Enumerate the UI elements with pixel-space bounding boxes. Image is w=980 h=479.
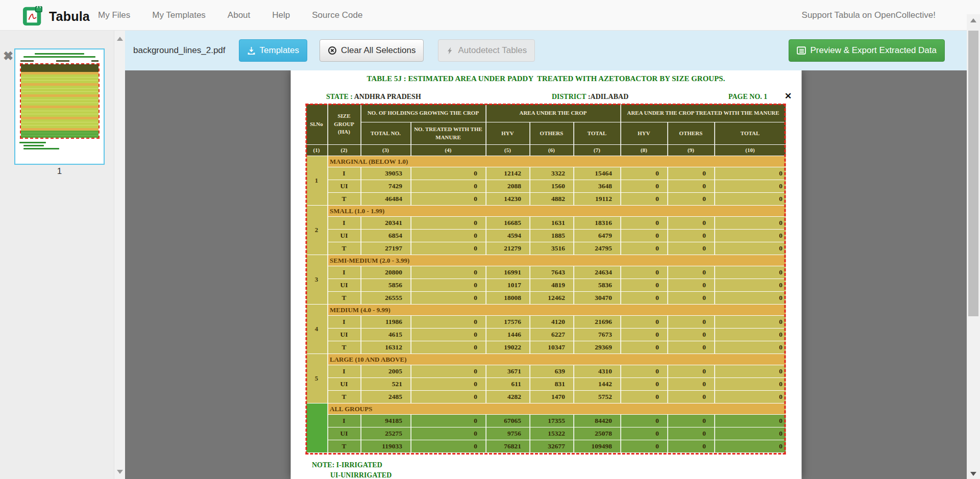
toolbar: background_lines_2.pdf Templates Clear A…	[125, 31, 967, 70]
remove-page-icon[interactable]: ✖	[3, 50, 13, 62]
nav-link-about[interactable]: About	[228, 10, 250, 20]
sidebar: ✖ 1	[0, 31, 125, 479]
nav-link-my-files[interactable]: My Files	[98, 10, 130, 20]
thumbnail-selection	[20, 63, 100, 139]
navbar: Tabula My FilesMy TemplatesAboutHelpSour…	[0, 0, 980, 31]
thumb-note-line	[19, 142, 46, 143]
selection-close-icon[interactable]: ✕	[785, 91, 792, 102]
preview-export-button[interactable]: Preview & Export Extracted Data	[789, 39, 945, 62]
pdf-viewport: TABLE 5J : ESTIMATED AREA UNDER PADDY TR…	[125, 70, 967, 479]
brand-link[interactable]: Tabula	[22, 4, 90, 29]
nav-link-my-templates[interactable]: My Templates	[152, 10, 206, 20]
brand-name: Tabula	[49, 9, 90, 24]
thumb-title-line	[23, 56, 96, 58]
note-line: NOTE: I-IRRIGATED	[312, 461, 382, 469]
filename-label: background_lines_2.pdf	[133, 45, 226, 56]
thumbnail-page-number: 1	[14, 166, 105, 177]
thumb-title-line	[35, 53, 84, 55]
state-line: STATE : ANDHRA PRADESH	[326, 93, 421, 101]
thumb-note-line	[23, 148, 59, 149]
remove-circle-icon	[328, 46, 337, 55]
document-meta: STATE : ANDHRA PRADESH DISTRICT :ADILABA…	[290, 93, 801, 102]
sidebar-scrollbar[interactable]	[114, 31, 125, 479]
page-no-line: PAGE NO. 1	[728, 93, 767, 101]
table-selection[interactable]	[305, 104, 786, 455]
pdf-page[interactable]: TABLE 5J : ESTIMATED AREA UNDER PADDY TR…	[290, 70, 801, 479]
page-thumbnail[interactable]	[14, 48, 105, 165]
clear-button-label: Clear All Selections	[341, 45, 415, 56]
export-button-label: Preview & Export Extracted Data	[810, 45, 937, 56]
note-line: UI-UNIRRIGATED	[330, 471, 391, 479]
templates-button[interactable]: Templates	[239, 39, 307, 62]
page-scrollbar[interactable]	[967, 14, 980, 479]
tabula-logo-icon	[22, 4, 44, 29]
nav-links: My FilesMy TemplatesAboutHelpSource Code	[98, 0, 362, 31]
scrollbar-thumb[interactable]	[968, 31, 978, 316]
thumb-meta-line	[15, 59, 104, 63]
thumb-table-header	[21, 64, 99, 72]
nav-link-source-code[interactable]: Source Code	[312, 10, 362, 20]
support-link[interactable]: Support Tabula on OpenCollective!	[802, 0, 936, 31]
document-title: TABLE 5J : ESTIMATED AREA UNDER PADDY TR…	[290, 74, 801, 83]
scroll-up-icon[interactable]	[970, 18, 976, 22]
scroll-down-icon[interactable]	[970, 472, 976, 476]
nav-link-help[interactable]: Help	[272, 10, 290, 20]
lightning-icon	[446, 46, 454, 55]
autodetect-tables-button[interactable]: Autodetect Tables	[438, 39, 535, 62]
scroll-up-icon[interactable]	[117, 37, 123, 41]
district-line: DISTRICT :ADILABAD	[552, 93, 628, 101]
templates-button-label: Templates	[260, 45, 299, 56]
autodetect-button-label: Autodetect Tables	[458, 45, 527, 56]
clear-all-selections-button[interactable]: Clear All Selections	[320, 39, 424, 62]
thumb-note-line	[23, 145, 44, 146]
save-template-icon	[247, 46, 256, 55]
scroll-down-icon[interactable]	[117, 470, 123, 474]
table-list-icon	[797, 46, 806, 55]
